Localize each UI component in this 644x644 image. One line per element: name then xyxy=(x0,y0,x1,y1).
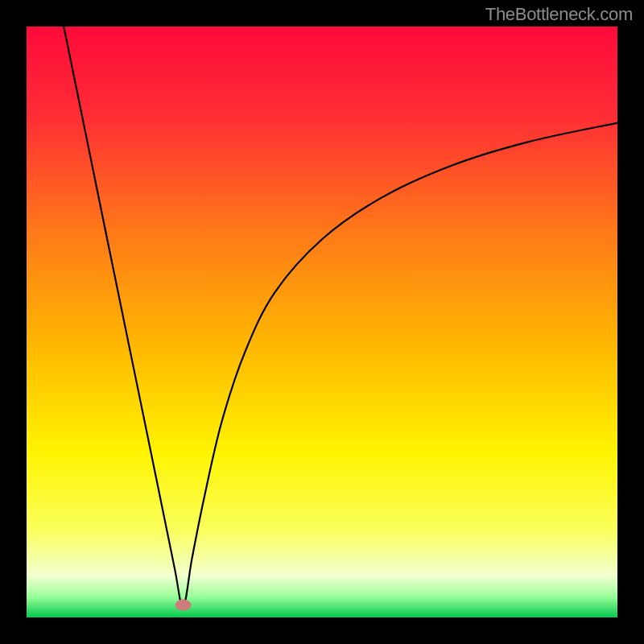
watermark-text: TheBottleneck.com xyxy=(485,4,633,25)
plot-area xyxy=(27,27,617,617)
minimum-marker xyxy=(175,600,192,611)
chart-background xyxy=(27,27,617,617)
outer-frame: TheBottleneck.com xyxy=(0,0,644,644)
chart-svg xyxy=(27,27,617,617)
